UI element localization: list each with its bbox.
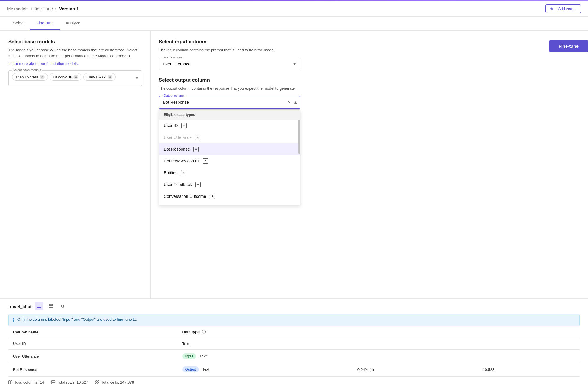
output-dropdown-arrow[interactable]: ▲ [293, 100, 298, 105]
dropdown-item-user-id[interactable]: User ID A [159, 120, 300, 131]
input-column-title: Select input column [159, 39, 300, 45]
tag-flan-remove[interactable]: × [108, 75, 112, 79]
user-feedback-label: User Feedback [164, 182, 192, 187]
cells-icon [95, 380, 99, 384]
svg-rect-16 [98, 383, 99, 384]
input-column-label: Input column [162, 55, 183, 59]
row-utterance-pct [353, 350, 478, 363]
plus-icon: ⊕ [550, 6, 553, 11]
input-badge: Input [182, 353, 196, 359]
breadcrumb-sep-2: › [55, 6, 57, 11]
base-models-field[interactable]: Select base models Titan Express × Falco… [8, 70, 142, 86]
user-feedback-type-icon: A [195, 182, 201, 187]
learn-more-link[interactable]: Learn more about our foundation models. [8, 61, 79, 66]
data-table: Column name Data type ⓘ User ID Text [8, 326, 580, 376]
output-column-field[interactable]: Output column ✕ ▲ [159, 96, 300, 109]
footer-cells: Total cells: 147,378 [95, 380, 134, 384]
tag-falcon-remove[interactable]: × [74, 75, 78, 79]
svg-rect-14 [98, 381, 99, 382]
output-badge: Output [182, 366, 199, 372]
add-version-button[interactable]: ⊕ + Add vers... [545, 4, 581, 13]
svg-rect-11 [51, 381, 55, 382]
dropdown-item-context-session[interactable]: Context/Session ID A [159, 155, 300, 167]
page-wrapper: My models › fine_tune › Version 1 ⊕ + Ad… [0, 0, 588, 388]
tag-titan-remove[interactable]: × [40, 75, 45, 79]
tab-select[interactable]: Select [7, 17, 30, 30]
row-utterance-badges: Input Text [178, 350, 353, 363]
scrollbar-thumb[interactable] [298, 120, 300, 154]
row-bot-pct: 0.04% (4) [353, 363, 478, 376]
dropdown-item-entities[interactable]: Entities A [159, 167, 300, 179]
base-models-title: Select base models [8, 39, 142, 45]
row-bot-name: Bot Response [8, 363, 178, 376]
input-column-field[interactable]: Input column User Utterance ▼ [159, 58, 300, 70]
dropdown-item-user-profile[interactable]: User Profile A [159, 202, 300, 205]
breadcrumb-my-models[interactable]: My models [7, 6, 29, 11]
base-models-dropdown-arrow: ▼ [135, 76, 139, 80]
svg-rect-13 [96, 381, 97, 382]
svg-rect-12 [51, 383, 55, 384]
clear-icon[interactable]: ✕ [288, 100, 291, 105]
bot-response-type-icon: A [193, 147, 199, 152]
output-column-input[interactable] [159, 96, 300, 108]
finetune-button[interactable]: Fine-tune [549, 40, 588, 52]
input-column-select[interactable]: User Utterance [159, 58, 300, 70]
grid-view-icon[interactable] [47, 302, 55, 310]
list-view-icon[interactable] [35, 302, 43, 310]
output-column-wrapper: Output column ✕ ▲ Eligible data types [159, 96, 300, 109]
svg-rect-6 [51, 307, 53, 308]
row-bot-badges: Output Text [178, 363, 353, 376]
row-user-id-name: User ID [8, 338, 178, 350]
col-header-type: Data type ⓘ [178, 326, 353, 338]
tab-finetune[interactable]: Fine-tune [30, 17, 60, 30]
tag-falcon-label: Falcon-40B [53, 75, 72, 79]
row-utterance-name: User Utterance [8, 350, 178, 363]
svg-rect-3 [49, 304, 51, 306]
entities-type-icon: A [181, 170, 186, 175]
tag-titan: Titan Express × [12, 73, 48, 81]
context-session-label: Context/Session ID [164, 159, 199, 163]
breadcrumb-fine-tune[interactable]: fine_tune [35, 6, 53, 11]
svg-rect-10 [11, 381, 12, 384]
right-panel: Fine-tune Select input column The input … [151, 31, 588, 298]
data-section-inner: travel_chat ℹ Only the columns labeled "… [0, 299, 588, 388]
col-header-pct [353, 326, 478, 338]
col-header-name: Column name [8, 326, 178, 338]
output-column-title: Select output column [159, 77, 300, 83]
dropdown-item-user-utterance: User Utterance A [159, 131, 300, 143]
bot-response-label: Bot Response [164, 147, 190, 152]
svg-rect-9 [9, 381, 10, 384]
info-banner-text: Only the columns labeled "Input" and "Ou… [17, 317, 137, 322]
output-section: Select output column The output column c… [159, 77, 300, 109]
row-user-id-type: Text [178, 338, 353, 350]
search-icon[interactable] [59, 302, 67, 310]
dropdown-item-user-feedback[interactable]: User Feedback A [159, 179, 300, 190]
info-icon: ℹ [13, 318, 14, 323]
tab-analyze[interactable]: Analyze [60, 17, 86, 30]
output-dropdown-menu: Eligible data types User ID A User Utter… [159, 109, 300, 205]
footer-rows: Total rows: 10,527 [51, 380, 88, 384]
user-id-label: User ID [164, 123, 178, 128]
columns-icon [8, 380, 12, 384]
scrollbar-track [298, 120, 300, 205]
tag-flan: Flan-T5-Xxl × [83, 73, 115, 81]
dropdown-item-bot-response[interactable]: Bot Response A [159, 143, 300, 155]
svg-rect-2 [37, 307, 41, 308]
svg-rect-4 [51, 304, 53, 306]
output-column-desc: The output column contains the response … [159, 86, 300, 91]
rows-icon [51, 380, 55, 384]
tag-flan-label: Flan-T5-Xxl [86, 75, 106, 79]
base-models-desc: The models you choose will be the base m… [8, 47, 142, 59]
breadcrumb-sep-1: › [31, 6, 32, 11]
row-user-id-count [478, 338, 580, 350]
row-user-id-pct [353, 338, 478, 350]
context-session-type-icon: A [203, 158, 208, 164]
dropdown-item-conv-outcome[interactable]: Conversation Outcome A [159, 190, 300, 202]
tags-container: Titan Express × Falcon-40B × Flan-T5-Xxl… [12, 73, 138, 81]
data-type-info-icon[interactable]: ⓘ [202, 330, 206, 334]
total-rows-text: Total rows: 10,527 [57, 380, 88, 384]
header: My models › fine_tune › Version 1 ⊕ + Ad… [0, 1, 588, 17]
conv-outcome-label: Conversation Outcome [164, 194, 206, 199]
input-column-desc: The input column contains the prompt tha… [159, 47, 300, 53]
table-row: User Utterance Input Text [8, 350, 580, 363]
